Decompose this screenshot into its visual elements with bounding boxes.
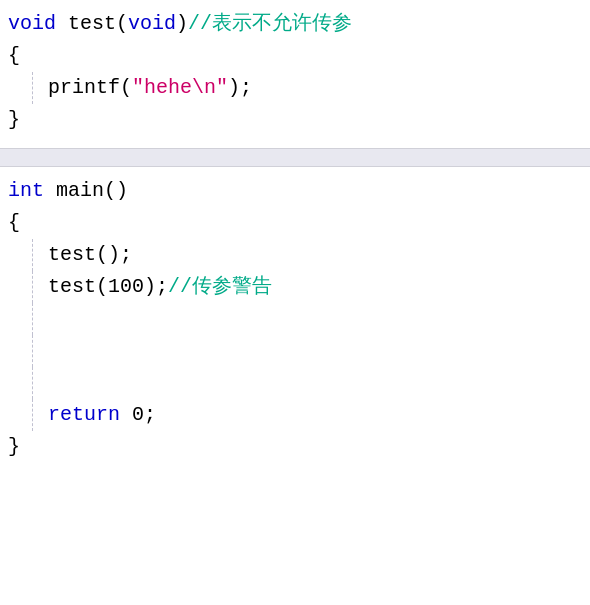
code-line-6: { [0, 207, 590, 239]
keyword-void-2: void [128, 12, 176, 35]
line-content-9 [0, 304, 60, 334]
code-editor: void test(void)//表示不允许传参 { printf("hehe\… [0, 0, 590, 605]
line-content-10 [0, 336, 60, 366]
test-call-1: test(); [48, 243, 132, 266]
line-content-13: } [0, 432, 20, 462]
line-content-12: return 0; [0, 400, 156, 430]
brace-open-1: { [8, 44, 20, 67]
keyword-int: int [8, 179, 44, 202]
indent-guide-7 [32, 399, 33, 431]
code-line-5: int main() [0, 175, 590, 207]
brace-open-2: { [8, 211, 20, 234]
indent-guide-1 [32, 72, 33, 104]
code-line-13: } [0, 431, 590, 463]
plain-main: main() [44, 179, 128, 202]
keyword-return: return [48, 403, 120, 426]
code-line-8: test(100);//传参警告 [0, 271, 590, 303]
line-content-4: } [0, 105, 20, 135]
line-content-7: test(); [0, 240, 132, 270]
indent-guide-4 [32, 303, 33, 335]
code-section-bottom: int main() { test(); test(100);//传参警告 [0, 167, 590, 471]
line-content-8: test(100);//传参警告 [0, 272, 272, 302]
code-line-10 [0, 335, 590, 367]
code-line-11 [0, 367, 590, 399]
separator [0, 149, 590, 167]
line-content-1: void test(void)//表示不允许传参 [0, 9, 352, 39]
code-line-2: { [0, 40, 590, 72]
comment-2: //传参警告 [168, 275, 272, 298]
plain-return-val: 0; [120, 403, 156, 426]
plain-2: ) [176, 12, 188, 35]
indent-guide-2 [32, 239, 33, 271]
printf-close-1: ); [228, 76, 252, 99]
line-content-2: { [0, 41, 20, 71]
line-content-6: { [0, 208, 20, 238]
brace-close-2: } [8, 435, 20, 458]
code-line-12: return 0; [0, 399, 590, 431]
code-section-top: void test(void)//表示不允许传参 { printf("hehe\… [0, 0, 590, 149]
indent-guide-5 [32, 335, 33, 367]
comment-1: //表示不允许传参 [188, 12, 352, 35]
code-line-4: } [0, 104, 590, 136]
code-line-1: void test(void)//表示不允许传参 [0, 8, 590, 40]
line-content-11 [0, 368, 60, 398]
printf-1: printf( [48, 76, 132, 99]
brace-close-1: } [8, 108, 20, 131]
line-content-5: int main() [0, 176, 128, 206]
indent-guide-6 [32, 367, 33, 399]
indent-guide-3 [32, 271, 33, 303]
line-content-3: printf("hehe\n"); [0, 73, 252, 103]
code-line-9 [0, 303, 590, 335]
code-line-3: printf("hehe\n"); [0, 72, 590, 104]
code-line-7: test(); [0, 239, 590, 271]
string-hehe: "hehe\n" [132, 76, 228, 99]
keyword-void-1: void [8, 12, 56, 35]
test-call-2: test(100); [48, 275, 168, 298]
plain-1: test( [56, 12, 128, 35]
